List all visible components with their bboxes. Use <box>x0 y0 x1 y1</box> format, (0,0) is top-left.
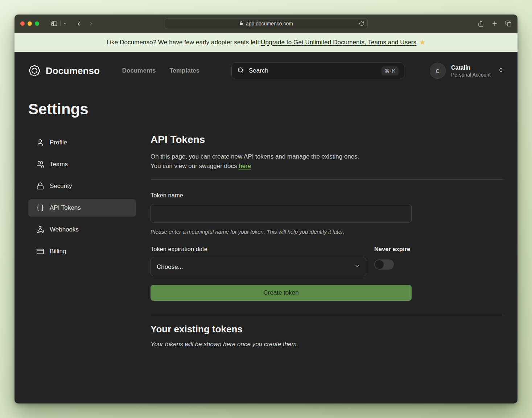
sidebar-item-label: API Tokens <box>50 204 81 212</box>
sidebar-item-label: Webhooks <box>50 226 79 233</box>
search-icon <box>237 67 244 75</box>
search-placeholder: Search <box>249 67 268 74</box>
zoom-window-button[interactable] <box>35 21 39 26</box>
description-line1: On this page, you can create new API tok… <box>150 153 359 160</box>
avatar: C <box>430 63 446 79</box>
create-token-button[interactable]: Create token <box>150 285 412 301</box>
address-bar[interactable]: app.documenso.com <box>165 18 368 29</box>
sidebar-item-label: Billing <box>50 248 66 255</box>
upgrade-link[interactable]: Upgrade to Get Unlimited Documents, Team… <box>261 39 416 46</box>
main-nav: Documents Templates <box>122 67 199 74</box>
settings-sidebar: Profile Teams Security <box>28 134 136 348</box>
documenso-logo-icon <box>28 65 41 77</box>
nav-templates[interactable]: Templates <box>169 67 199 74</box>
nav-documents[interactable]: Documents <box>122 67 156 74</box>
token-name-input[interactable] <box>150 204 412 223</box>
search-shortcut-badge: ⌘+K <box>382 66 399 75</box>
new-tab-icon[interactable] <box>491 20 498 27</box>
users-icon <box>36 160 44 168</box>
app-page: Documenso Documents Templates Search ⌘+K… <box>15 52 517 403</box>
page-title: Settings <box>28 101 504 118</box>
brand[interactable]: Documenso <box>28 65 100 77</box>
braces-icon <box>36 204 44 212</box>
section-title: API Tokens <box>150 134 504 146</box>
account-name: Catalin <box>451 64 491 71</box>
swagger-docs-link[interactable]: here <box>239 163 251 169</box>
section-description: On this page, you can create new API tok… <box>150 152 504 171</box>
sidebar-item-label: Teams <box>50 161 68 168</box>
never-expire-label: Never expire <box>374 246 410 253</box>
existing-tokens-empty-note: Your tokens will be shown here once you … <box>150 341 504 348</box>
account-type: Personal Account <box>451 72 491 78</box>
existing-tokens-title: Your existing tokens <box>150 324 504 335</box>
brand-name: Documenso <box>46 65 100 77</box>
expiration-selected-value: Choose... <box>157 263 183 271</box>
user-icon <box>36 139 44 147</box>
lock-icon <box>239 21 243 26</box>
toolbar-divider <box>60 21 61 26</box>
tab-overview-icon[interactable] <box>505 20 512 27</box>
api-tokens-panel: API Tokens On this page, you can create … <box>150 134 504 348</box>
description-line2: You can view our swagger docs <box>150 163 239 169</box>
sidebar-item-label: Profile <box>50 139 67 146</box>
sidebar-item-teams[interactable]: Teams <box>28 156 136 173</box>
sidebar-chevron-down-icon[interactable] <box>63 22 67 26</box>
promo-text: Like Documenso? We have few early adopte… <box>107 39 261 46</box>
share-icon[interactable] <box>478 20 484 27</box>
back-icon[interactable] <box>76 21 82 27</box>
forward-icon[interactable] <box>88 21 94 27</box>
sidebar-item-label: Security <box>50 183 72 190</box>
create-token-form: Token name Please enter a meaningful nam… <box>150 192 412 301</box>
lock-icon <box>36 182 44 190</box>
expiration-row: Token expiration date Choose... Never ex… <box>150 246 412 276</box>
sidebar-toggle-icon[interactable] <box>51 20 58 27</box>
sidebar-item-webhooks[interactable]: Webhooks <box>28 221 136 238</box>
search-input[interactable]: Search ⌘+K <box>231 62 404 79</box>
sidebar-item-security[interactable]: Security <box>28 177 136 195</box>
token-name-label: Token name <box>150 192 412 199</box>
promo-banner: Like Documenso? We have few early adopte… <box>15 33 517 52</box>
webhook-icon <box>36 226 44 234</box>
minimize-window-button[interactable] <box>28 21 32 26</box>
toggle-knob <box>375 260 384 269</box>
account-menu[interactable]: C Catalin Personal Account <box>430 63 504 79</box>
close-window-button[interactable] <box>20 21 25 26</box>
toolbar-actions <box>478 20 512 27</box>
expiration-select[interactable]: Choose... <box>150 258 366 276</box>
never-expire-toggle[interactable] <box>374 259 394 270</box>
chevrons-up-down-icon <box>498 67 504 74</box>
divider <box>150 179 504 180</box>
sidebar-item-profile[interactable]: Profile <box>28 134 136 151</box>
refresh-icon[interactable] <box>359 21 364 26</box>
divider <box>150 314 504 314</box>
chevron-down-icon <box>354 263 360 271</box>
browser-toolbar: app.documenso.com <box>15 15 517 33</box>
app-header: Documenso Documents Templates Search ⌘+K… <box>28 52 504 82</box>
star-icon: ★ <box>419 38 425 46</box>
token-name-help: Please enter a meaningful name for your … <box>150 229 412 235</box>
browser-window: app.documenso.com Like Documenso? We hav… <box>15 15 517 403</box>
url-text: app.documenso.com <box>246 21 293 26</box>
credit-card-icon <box>36 247 44 255</box>
traffic-lights <box>20 21 39 26</box>
sidebar-item-api-tokens[interactable]: API Tokens <box>28 199 136 217</box>
expiration-label: Token expiration date <box>150 246 366 253</box>
sidebar-item-billing[interactable]: Billing <box>28 243 136 260</box>
